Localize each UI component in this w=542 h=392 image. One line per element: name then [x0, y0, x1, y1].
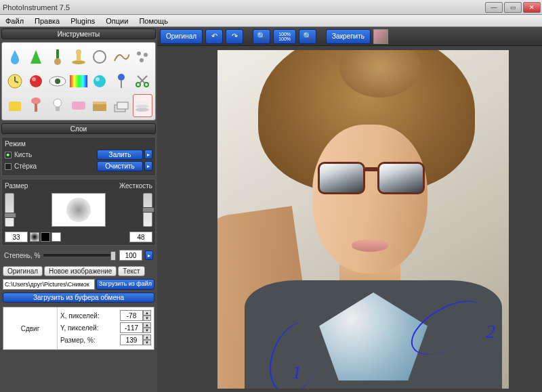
degree-dropdown-icon[interactable]: ▸: [145, 251, 153, 260]
menu-edit[interactable]: Правка: [29, 17, 65, 25]
shift-y-input[interactable]: [120, 322, 143, 333]
svg-point-5: [76, 49, 81, 55]
toolbar-pin-button[interactable]: Закрепить: [326, 29, 371, 44]
size-label: Размер: [5, 182, 28, 190]
svg-rect-22: [9, 102, 21, 111]
file-path-input[interactable]: [3, 279, 95, 290]
window-titlebar: PhotoInstrument 7.5 — ▭ ✕: [0, 0, 542, 15]
brush-checkbox[interactable]: ■Кисть: [5, 151, 32, 158]
fill-dropdown-icon[interactable]: ▸: [144, 150, 152, 159]
tool-dots-icon[interactable]: [133, 45, 152, 68]
shift-x-down[interactable]: ▼: [143, 315, 151, 321]
swatch-white-icon[interactable]: [51, 232, 61, 242]
tool-eraser-icon[interactable]: [68, 94, 88, 117]
svg-point-9: [140, 58, 144, 62]
hardness-slider[interactable]: [143, 193, 152, 227]
tool-red-sphere-icon[interactable]: [26, 70, 45, 93]
svg-rect-19: [121, 80, 122, 88]
tool-scissors-icon[interactable]: [133, 70, 152, 93]
svg-point-11: [30, 75, 42, 87]
eraser-checkbox[interactable]: Стёрка: [5, 162, 37, 170]
tool-eye-icon[interactable]: [47, 70, 67, 93]
tool-layers-icon[interactable]: [111, 94, 131, 117]
layers-panel-header: Слои: [1, 123, 156, 134]
tool-pin-icon[interactable]: [111, 70, 131, 93]
redo-icon[interactable]: ↷: [226, 29, 243, 44]
svg-rect-24: [35, 104, 37, 112]
tool-brush-icon[interactable]: [47, 45, 67, 68]
tool-stamp-icon[interactable]: [68, 45, 88, 68]
shift-x-label: X, пикселей:: [60, 312, 100, 320]
maximize-button[interactable]: ▭: [504, 2, 522, 13]
svg-rect-27: [72, 102, 85, 110]
swatch-soft-icon[interactable]: [30, 232, 39, 242]
load-from-file-button[interactable]: Загрузить из файл: [96, 279, 154, 290]
zoom-out-icon[interactable]: 🔍: [253, 29, 270, 44]
text-tab-button[interactable]: Текст: [118, 266, 144, 276]
svg-point-17: [96, 77, 100, 81]
size-input[interactable]: [5, 232, 28, 242]
size-slider[interactable]: [5, 193, 14, 227]
clear-button[interactable]: Очистить: [97, 161, 143, 171]
shift-label: Сдвиг: [3, 307, 58, 349]
svg-rect-29: [93, 102, 106, 104]
menu-file[interactable]: Файл: [0, 17, 29, 25]
tool-bulb-icon[interactable]: [47, 94, 67, 117]
tool-cyan-sphere-icon[interactable]: [90, 70, 110, 93]
svg-point-25: [54, 99, 62, 107]
tool-clock-icon[interactable]: [5, 70, 24, 93]
svg-point-34: [136, 101, 149, 105]
brush-preview: [51, 193, 106, 227]
svg-point-16: [93, 75, 106, 87]
canvas-area[interactable]: 1 2: [157, 46, 542, 392]
hardness-label: Жесткость: [119, 182, 152, 190]
shift-size-up[interactable]: ▲: [143, 334, 151, 340]
shift-y-down[interactable]: ▼: [143, 328, 151, 333]
degree-input[interactable]: [119, 250, 142, 261]
tool-lamp-icon[interactable]: [26, 94, 45, 117]
svg-point-18: [118, 74, 125, 81]
tool-package-icon[interactable]: [90, 94, 110, 117]
load-from-clipboard-button[interactable]: Загрузить из буфера обмена: [3, 292, 154, 303]
svg-point-7: [137, 51, 141, 56]
tool-cone-icon[interactable]: [26, 45, 45, 68]
degree-label: Степень, %: [4, 252, 40, 259]
edited-photo[interactable]: 1 2: [217, 50, 509, 389]
tool-rainbow-icon[interactable]: [68, 70, 88, 93]
tool-circle-icon[interactable]: [90, 45, 110, 68]
svg-point-14: [55, 79, 60, 84]
tool-curve-icon[interactable]: [111, 45, 131, 68]
toolbar-original-button[interactable]: Оригинал: [160, 29, 203, 44]
undo-icon[interactable]: ↶: [205, 29, 223, 44]
tools-grid: [1, 42, 156, 121]
tool-yellow-box-icon[interactable]: [5, 94, 24, 117]
shift-size-down[interactable]: ▼: [143, 340, 151, 345]
menu-plugins[interactable]: Plugins: [65, 17, 100, 25]
shift-y-label: Y, пикселей:: [60, 324, 98, 332]
menu-options[interactable]: Опции: [100, 17, 133, 25]
shift-x-input[interactable]: [120, 310, 143, 321]
shift-size-label: Размер, %:: [60, 336, 96, 344]
tool-stack-icon[interactable]: [133, 94, 152, 117]
svg-point-8: [144, 53, 148, 57]
hardness-input[interactable]: [129, 232, 152, 242]
shift-x-up[interactable]: ▲: [143, 310, 151, 315]
zoom-level-button[interactable]: 100%100%: [273, 29, 296, 44]
new-image-tab-button[interactable]: Новое изображение: [44, 266, 117, 276]
annotation-2: 2: [486, 321, 495, 343]
mode-panel: Режим ■Кисть Залить▸ Стёрка Очистить▸: [1, 137, 156, 176]
minimize-button[interactable]: —: [485, 2, 503, 13]
clear-dropdown-icon[interactable]: ▸: [144, 161, 152, 171]
original-tab-button[interactable]: Оригинал: [3, 266, 43, 276]
fill-button[interactable]: Залить: [97, 150, 143, 160]
image-thumbnail[interactable]: [373, 29, 388, 44]
swatch-black-icon[interactable]: [41, 232, 50, 242]
zoom-in-icon[interactable]: 🔍: [299, 29, 316, 44]
degree-slider[interactable]: [43, 253, 117, 257]
close-button[interactable]: ✕: [523, 2, 541, 13]
menu-help[interactable]: Помощь: [133, 17, 173, 25]
tool-drop-icon[interactable]: [5, 45, 24, 68]
shift-size-input[interactable]: [120, 334, 143, 345]
shift-y-up[interactable]: ▲: [143, 322, 151, 328]
menu-bar: Файл Правка Plugins Опции Помощь: [0, 15, 542, 27]
